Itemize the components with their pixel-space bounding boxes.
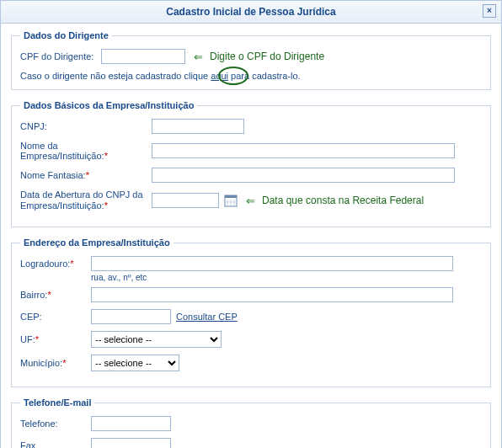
legend-empresa: Dados Básicos da Empresa/Instituição [20, 100, 197, 110]
label-fax: Fax [20, 440, 86, 448]
legend-endereco: Endereço da Empresa/Instituição [20, 237, 174, 248]
input-fax[interactable] [91, 438, 171, 448]
row-cpf: CPF do Dirigente: ⇐ Digite o CPF do Diri… [20, 49, 482, 64]
window-title: Cadastro Inicial de Pessoa Jurídica [166, 6, 335, 18]
link-aqui[interactable]: aqui [211, 71, 228, 81]
input-cpf[interactable] [101, 49, 185, 64]
legend-dirigente: Dados do Dirigente [20, 30, 112, 40]
label-municipio: Município:* [20, 358, 86, 368]
hint-logradouro: rua, av., nº, etc [91, 273, 482, 282]
arrow-icon: ⇐ [246, 195, 255, 207]
fieldset-endereco: Endereço da Empresa/Instituição Logradou… [11, 237, 491, 387]
note-dirigente: Caso o dirigente não esteja cadastrado c… [20, 71, 482, 81]
fieldset-dirigente: Dados do Dirigente CPF do Dirigente: ⇐ D… [11, 30, 491, 90]
label-cpf: CPF do Dirigente: [20, 51, 96, 61]
select-uf[interactable]: -- selecione -- [91, 331, 222, 348]
row-uf: UF:* -- selecione -- [20, 331, 482, 348]
row-telefone: Telefone: [20, 416, 482, 431]
row-cep: CEP: Consultar CEP [20, 309, 482, 324]
label-telefone: Telefone: [20, 419, 86, 429]
input-nome[interactable] [152, 143, 455, 158]
label-bairro: Bairro:* [20, 290, 86, 300]
select-municipio[interactable]: -- selecione -- [91, 355, 179, 371]
row-fantasia: Nome Fantasia:* [20, 168, 482, 183]
label-cnpj: CNPJ: [20, 121, 147, 131]
calendar-icon[interactable] [224, 194, 238, 207]
dialog-body: Dados do Dirigente CPF do Dirigente: ⇐ D… [1, 24, 501, 448]
row-municipio: Município:* -- selecione -- [20, 355, 482, 371]
hint-data: Data que consta na Receita Federal [262, 195, 424, 206]
row-fax: Fax [20, 438, 482, 448]
label-cep: CEP: [20, 312, 86, 322]
link-consultar-cep[interactable]: Consultar CEP [176, 312, 238, 322]
input-cnpj[interactable] [152, 119, 244, 134]
label-logradouro: Logradouro:* [20, 259, 86, 269]
input-cep[interactable] [91, 309, 171, 324]
label-fantasia: Nome Fantasia:* [20, 170, 147, 180]
note-suffix: para cadastra-lo. [228, 71, 301, 81]
fieldset-empresa: Dados Básicos da Empresa/Instituição CNP… [11, 100, 491, 227]
input-bairro[interactable] [91, 287, 453, 302]
row-cnpj: CNPJ: [20, 119, 482, 134]
dialog-window: Cadastro Inicial de Pessoa Jurídica × Da… [0, 0, 502, 448]
fieldset-contato: Telefone/E-mail Telefone: Fax Email: Est… [11, 397, 491, 448]
svg-rect-2 [225, 195, 237, 198]
legend-contato: Telefone/E-mail [20, 397, 94, 408]
input-logradouro[interactable] [91, 256, 453, 271]
close-icon[interactable]: × [483, 4, 496, 18]
arrow-icon: ⇐ [194, 51, 203, 63]
label-nome: Nome da Empresa/Instituição:* [20, 141, 147, 161]
row-bairro: Bairro:* [20, 287, 482, 302]
label-data-abertura: Data de Abertura do CNPJ da Empresa/Inst… [20, 189, 147, 211]
row-data-abertura: Data de Abertura do CNPJ da Empresa/Inst… [20, 189, 482, 211]
row-logradouro: Logradouro:* [20, 256, 482, 271]
input-telefone[interactable] [91, 416, 171, 431]
label-uf: UF:* [20, 334, 86, 344]
input-fantasia[interactable] [152, 168, 455, 183]
row-nome: Nome da Empresa/Instituição:* [20, 141, 482, 161]
input-data-abertura[interactable] [152, 193, 219, 208]
titlebar: Cadastro Inicial de Pessoa Jurídica × [1, 1, 501, 24]
hint-cpf: Digite o CPF do Dirigente [210, 51, 324, 62]
note-prefix: Caso o dirigente não esteja cadastrado c… [20, 71, 211, 81]
